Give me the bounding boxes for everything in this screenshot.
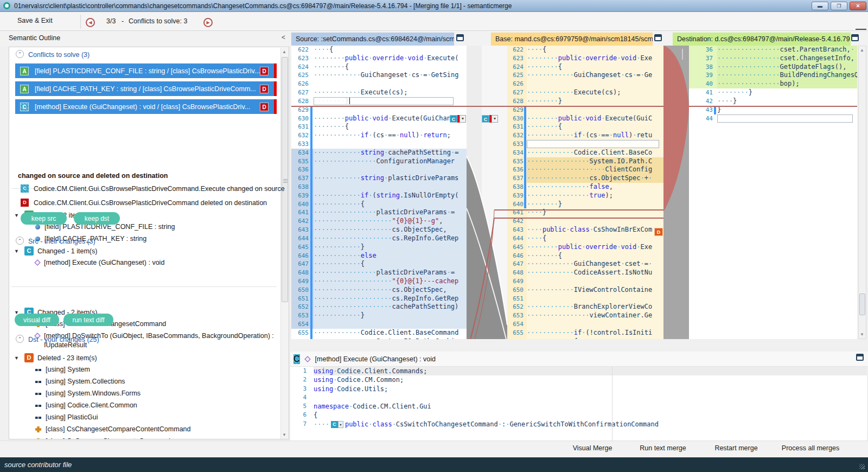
base-conflict-badge[interactable]: C▼	[482, 115, 498, 123]
run-text-merge-button[interactable]: Run text merge	[622, 444, 704, 455]
destination-vertical-scrollbar[interactable]: ▲ ▼	[858, 46, 866, 339]
code-line: ····················cs.RepInfo.GetRep644	[291, 234, 467, 243]
change-bar	[310, 226, 312, 234]
line-number: 646	[291, 252, 309, 260]
method-preview-pane[interactable]: using·Codice.Client.Commands;1using·Codi…	[290, 367, 867, 441]
change-bar	[524, 123, 526, 131]
save-exit-button[interactable]: Save & Exit	[17, 17, 53, 24]
line-number: 647	[507, 260, 524, 269]
code-line: ····················cs.RepInfo.GetRep651	[291, 295, 467, 303]
conflict-row[interactable]: C[method] Execute (GuiChangeset) : void …	[15, 99, 277, 114]
bottom-pane-title: [method] Execute (GuiChangeset) : void	[315, 355, 436, 363]
tree-item[interactable]: [using] Codice.Client.Common	[35, 401, 137, 410]
changed-class-badge[interactable]: C▼	[331, 421, 343, 428]
group-badge: D	[24, 353, 34, 362]
code-line: 649	[507, 277, 663, 286]
source-code-pane[interactable]: ····{622········public·override·void·Exe…	[291, 46, 467, 339]
outline-scrollbar[interactable]: ▲▼	[280, 48, 289, 439]
run-text-diff-button[interactable]: run text diff	[63, 314, 113, 326]
line-number: 628	[507, 97, 524, 106]
tree-item[interactable]: [class] CsCompareChangesetsCommand	[35, 437, 170, 439]
bottom-window-icon[interactable]	[856, 354, 864, 361]
scroll-down-arrow[interactable]: ▼	[860, 332, 865, 337]
code-text	[314, 140, 467, 149]
visual-diff-button[interactable]: visual diff	[15, 314, 59, 326]
code-text: ········{	[527, 123, 663, 131]
visual-merge-button[interactable]: Visual Merge	[552, 444, 633, 455]
change-bar	[524, 183, 526, 192]
code-text: ············if·(cs·==·null)·retu	[527, 131, 663, 140]
code-line: ············{647	[291, 260, 467, 269]
tree-item[interactable]: [using] System.Collections	[35, 377, 125, 386]
code-line: ····}42	[689, 97, 857, 106]
source-pane-header[interactable]: Source: :setCommands.cs@cs:6984624@/main…	[291, 33, 454, 46]
tree-item[interactable]: [class] CsChangesetCompareContentCommand	[35, 425, 191, 434]
scroll-down-arrow[interactable]: ▼	[282, 432, 288, 437]
deleted-class-badge[interactable]: D	[654, 228, 663, 236]
line-number: 631	[291, 123, 309, 131]
line-number: 43	[689, 106, 713, 114]
restore-button[interactable]: ❐	[831, 2, 847, 10]
process-all-merges-button[interactable]: Process all merges	[770, 444, 851, 455]
change-bar	[310, 149, 312, 157]
destination-code-pane[interactable]: ················cset.ParentBranch,·36···…	[689, 46, 857, 339]
next-conflict-button[interactable]: ▶	[203, 18, 213, 27]
source-conflict-badge[interactable]: C▼	[450, 115, 466, 123]
destination-pane-header[interactable]: Destination: d.cs@cs:6984797@/main/Relea…	[673, 33, 851, 46]
code-line: ············if·(cs·==·null)·retu632	[507, 131, 663, 140]
conflict-row[interactable]: A[field] PLASTICDRIVE_CONF_FILE : string…	[15, 63, 277, 78]
previous-conflict-button[interactable]: ◀	[86, 18, 95, 27]
conflict-row[interactable]: A[field] CACHE_PATH_KEY : string / [clas…	[15, 81, 277, 96]
scroll-up-arrow[interactable]: ▲	[860, 48, 865, 53]
line-number: 42	[689, 97, 713, 106]
conflicts-section-title[interactable]: Conflicts to solve (3)	[28, 51, 90, 59]
scrollbar-thumb[interactable]	[282, 57, 288, 302]
code-text: ····················"{0}@{1}·--cachep	[314, 277, 467, 286]
minimize-button[interactable]: ▬	[812, 2, 828, 10]
code-text	[527, 80, 663, 88]
collapse-conflicts-icon[interactable]: ⌃	[16, 50, 24, 58]
keep-dst-button[interactable]: keep dst	[74, 212, 120, 225]
line-number: 629	[291, 106, 309, 114]
scrollbar-thumb[interactable]	[859, 294, 865, 315]
tree-item[interactable]: [using] PlasticGui	[35, 413, 98, 422]
src-section-title[interactable]: Src - their changes (3)	[28, 238, 95, 245]
resize-grip[interactable]	[859, 464, 865, 469]
base-pane-header[interactable]: Base: mand.cs@cs:6979759@/main/scm18145/…	[491, 33, 653, 46]
change-bar	[310, 303, 312, 311]
scroll-up-arrow[interactable]: ▲	[282, 49, 288, 54]
tree-item[interactable]: [method] Execute (GuiChangeset) : void	[35, 258, 164, 267]
code-text: ········public·override·void·Exe	[527, 243, 663, 252]
collapse-outline-button[interactable]: <	[282, 34, 285, 41]
tree-item[interactable]: [using] System	[35, 365, 90, 374]
base-code-pane[interactable]: ····{622········public·override·void·Exe…	[507, 46, 663, 339]
change-bar	[310, 320, 312, 329]
chevron-down-icon[interactable]: ▼	[459, 115, 466, 123]
chevron-down-icon[interactable]: ▼	[492, 115, 498, 123]
destination-window-icon[interactable]	[851, 34, 859, 41]
collapse-dst-icon[interactable]: ⌃	[16, 335, 24, 343]
code-line: ········}41	[689, 88, 857, 97]
expander-icon[interactable]: ▼	[14, 213, 19, 218]
tree-group-deleted[interactable]: ▼DDeleted - 23 item(s)	[14, 353, 97, 362]
base-window-icon[interactable]	[654, 34, 662, 41]
close-button[interactable]: ✕	[850, 2, 866, 10]
tree-item[interactable]: [using] System.Windows.Forms	[35, 389, 141, 398]
change-bar	[714, 106, 716, 114]
using-icon	[35, 393, 41, 395]
source-window-icon[interactable]	[456, 34, 464, 41]
app-icon	[3, 2, 10, 9]
change-bar	[310, 269, 312, 277]
code-text: ············if·(!control.IsIniti	[527, 329, 663, 337]
change-bar	[524, 192, 526, 200]
code-line: ············if·(string.IsNullOrEmpty(639	[291, 192, 467, 200]
tree-group-changed[interactable]: ▼CChanged - 1 item(s)	[14, 246, 97, 256]
expander-icon[interactable]: ▼	[14, 248, 19, 254]
dst-section-title[interactable]: Dst - your changes (25)	[28, 336, 99, 343]
code-line: ········{631	[291, 123, 467, 131]
group-label: Deleted - 23 item(s)	[37, 354, 97, 362]
restart-merge-button[interactable]: Restart merge	[695, 444, 777, 455]
keep-src-button[interactable]: keep src	[21, 212, 67, 225]
collapse-src-icon[interactable]: ⌃	[16, 237, 24, 245]
expander-icon[interactable]: ▼	[14, 355, 19, 361]
